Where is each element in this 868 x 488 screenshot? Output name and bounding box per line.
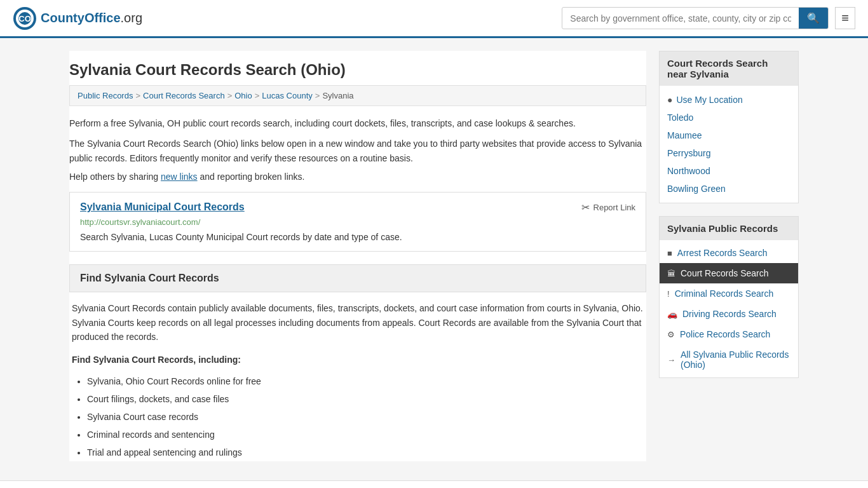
sidebar-near-city-link[interactable]: Perrysburg bbox=[667, 148, 710, 158]
sidebar-public-items: ■Arrest Records Search🏛Court Records Sea… bbox=[660, 240, 798, 377]
record-card-header: Sylvania Municipal Court Records ✂ Repor… bbox=[80, 201, 635, 214]
find-list-item: Sylvania Court case records bbox=[87, 408, 644, 426]
breadcrumb-sep-1: > bbox=[135, 91, 140, 100]
record-desc: Search Sylvania, Lucas County Municipal … bbox=[80, 232, 635, 242]
pub-item-link[interactable]: Police Records Search bbox=[680, 329, 770, 339]
find-body-para: Sylvania Court Records contain publicly … bbox=[72, 301, 644, 344]
intro-para-2: The Sylvania Court Records Search (Ohio)… bbox=[69, 137, 646, 165]
main-container: Sylvania Court Records Search (Ohio) Pub… bbox=[59, 38, 809, 474]
sidebar-near-city-item[interactable]: Northwood bbox=[660, 162, 798, 180]
sidebar-near-city-link[interactable]: Bowling Green bbox=[667, 184, 726, 194]
search-button[interactable]: 🔍 bbox=[799, 8, 828, 29]
breadcrumb-sep-4: > bbox=[315, 91, 320, 100]
sidebar: Court Records Search near Sylvania ● Use… bbox=[659, 51, 799, 461]
breadcrumb-sep-3: > bbox=[255, 91, 260, 100]
help-text: Help others by sharing new links and rep… bbox=[69, 172, 646, 182]
pub-item-icon: ⚙ bbox=[667, 330, 675, 339]
find-section: Find Sylvania Court Records Sylvania Cou… bbox=[69, 264, 646, 461]
hamburger-icon: ≡ bbox=[841, 11, 849, 25]
page-title: Sylvania Court Records Search (Ohio) bbox=[69, 51, 646, 85]
sidebar-pub-item[interactable]: ■Arrest Records Search bbox=[660, 243, 798, 263]
breadcrumb-ohio[interactable]: Ohio bbox=[234, 91, 252, 100]
sidebar-near: Court Records Search near Sylvania ● Use… bbox=[659, 51, 799, 203]
sidebar-near-items: ● Use My Location ToledoMaumeePerrysburg… bbox=[660, 86, 798, 203]
sidebar-pub-item[interactable]: 🚗Driving Records Search bbox=[660, 304, 798, 324]
logo-text: CountyOffice.org bbox=[41, 11, 142, 25]
find-body: Sylvania Court Records contain publicly … bbox=[69, 301, 646, 461]
breadcrumb-lucas-county[interactable]: Lucas County bbox=[262, 91, 313, 100]
breadcrumb-sylvania: Sylvania bbox=[322, 91, 353, 100]
sidebar-pub-item[interactable]: !Criminal Records Search bbox=[660, 283, 798, 304]
sidebar-pub-item[interactable]: ⚙Police Records Search bbox=[660, 324, 798, 344]
pub-item-icon: 🚗 bbox=[667, 309, 677, 319]
pub-item-icon: 🏛 bbox=[667, 269, 675, 278]
sidebar-near-city-link[interactable]: Toledo bbox=[667, 112, 693, 123]
find-section-header: Find Sylvania Court Records bbox=[69, 264, 646, 292]
header: CO CountyOffice.org 🔍 ≡ bbox=[0, 0, 868, 38]
pub-item-link[interactable]: All Sylvania Public Records (Ohio) bbox=[681, 349, 790, 370]
scissors-icon: ✂ bbox=[581, 201, 590, 214]
content-area: Sylvania Court Records Search (Ohio) Pub… bbox=[69, 51, 646, 461]
search-input[interactable] bbox=[562, 9, 799, 28]
footer: About Us | Contact Us | General Disclaim… bbox=[0, 480, 868, 488]
breadcrumb-public-records[interactable]: Public Records bbox=[78, 91, 133, 100]
use-my-location-link[interactable]: Use My Location bbox=[676, 95, 742, 105]
svg-text:CO: CO bbox=[18, 14, 31, 24]
pub-item-icon: ! bbox=[667, 289, 670, 299]
find-including-label: Find Sylvania Court Records, including: bbox=[72, 353, 644, 367]
find-list-item: Sylvania, Ohio Court Records online for … bbox=[87, 372, 644, 390]
sidebar-pub-item[interactable]: 🏛Court Records Search bbox=[660, 263, 798, 283]
search-icon: 🔍 bbox=[807, 13, 820, 24]
intro-para-1: Perform a free Sylvania, OH public court… bbox=[69, 116, 646, 130]
breadcrumb-sep-2: > bbox=[227, 91, 233, 100]
sidebar-near-city-item[interactable]: Bowling Green bbox=[660, 180, 798, 198]
sidebar-near-city-item[interactable]: Perrysburg bbox=[660, 144, 798, 162]
find-list-item: Trial and appeal sentencing and rulings bbox=[87, 444, 644, 461]
breadcrumb-court-records[interactable]: Court Records Search bbox=[143, 91, 225, 100]
record-url[interactable]: http://courtsvr.sylvaniacourt.com/ bbox=[80, 217, 635, 227]
record-title-link[interactable]: Sylvania Municipal Court Records bbox=[80, 201, 245, 213]
find-list-item: Court filings, dockets, and case files bbox=[87, 390, 644, 408]
new-links-link[interactable]: new links bbox=[161, 172, 198, 182]
find-list-item: Criminal records and sentencing bbox=[87, 426, 644, 444]
pub-item-link[interactable]: Driving Records Search bbox=[682, 309, 776, 319]
search-bar: 🔍 bbox=[562, 7, 829, 29]
sidebar-near-city-link[interactable]: Northwood bbox=[667, 166, 710, 176]
sidebar-public-header: Sylvania Public Records bbox=[660, 217, 798, 240]
sidebar-near-header: Court Records Search near Sylvania bbox=[660, 51, 798, 86]
report-link-button[interactable]: ✂ Report Link bbox=[581, 201, 635, 214]
sidebar-near-city-link[interactable]: Maumee bbox=[667, 130, 702, 140]
sidebar-near-city-item[interactable]: Toledo bbox=[660, 109, 798, 126]
find-list: Sylvania, Ohio Court Records online for … bbox=[72, 372, 644, 461]
pub-item-link[interactable]: Criminal Records Search bbox=[675, 288, 774, 299]
location-icon: ● bbox=[667, 95, 672, 105]
record-card: Sylvania Municipal Court Records ✂ Repor… bbox=[69, 192, 646, 252]
logo-icon: CO bbox=[13, 6, 37, 30]
pub-item-icon: → bbox=[667, 355, 675, 365]
use-my-location-item[interactable]: ● Use My Location bbox=[660, 91, 798, 109]
pub-item-icon: ■ bbox=[667, 248, 672, 258]
hamburger-menu-button[interactable]: ≡ bbox=[835, 7, 855, 29]
pub-item-link[interactable]: Arrest Records Search bbox=[677, 248, 768, 258]
pub-item-link[interactable]: Court Records Search bbox=[681, 268, 769, 278]
breadcrumb: Public Records > Court Records Search > … bbox=[69, 85, 646, 106]
header-right: 🔍 ≡ bbox=[562, 7, 855, 29]
record-url-link[interactable]: http://courtsvr.sylvaniacourt.com/ bbox=[80, 217, 200, 227]
sidebar-public: Sylvania Public Records ■Arrest Records … bbox=[659, 216, 799, 378]
sidebar-near-city-item[interactable]: Maumee bbox=[660, 126, 798, 144]
logo-area: CO CountyOffice.org bbox=[13, 6, 142, 30]
sidebar-pub-item[interactable]: →All Sylvania Public Records (Ohio) bbox=[660, 344, 798, 375]
